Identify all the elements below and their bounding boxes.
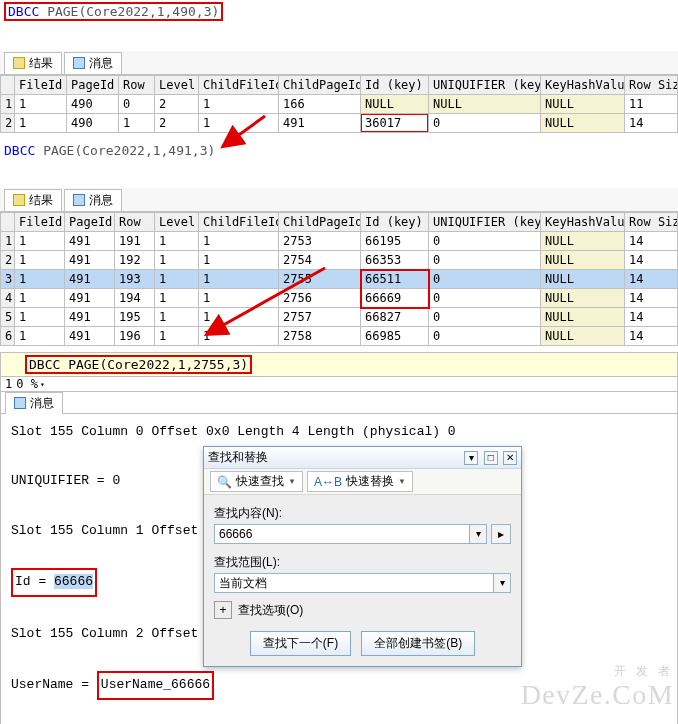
table-row[interactable]: 21490121491360170NULL14 — [1, 114, 678, 133]
find-input[interactable] — [215, 525, 469, 543]
tab-results-2[interactable]: 结果 — [4, 189, 62, 211]
table-row[interactable]: 11491191112753661950NULL14 — [1, 232, 678, 251]
header-row: FileIdPageIdRowLevelChildFileIdChildPage… — [1, 213, 678, 232]
find-replace-dialog[interactable]: 查找和替换 ▾ □ ✕ 🔍 快速查找▼ A↔B 快速替换▼ 查找内容(N): ▾… — [203, 446, 522, 667]
dropdown-icon[interactable]: ▾ — [464, 451, 478, 465]
scope-dropdown[interactable]: ▾ — [493, 574, 510, 592]
tabrow-2: 结果 消息 — [0, 188, 678, 212]
bookmark-all-button[interactable]: 全部创建书签(B) — [361, 631, 475, 656]
dialog-titlebar[interactable]: 查找和替换 ▾ □ ✕ — [204, 447, 521, 469]
header-row: FileIdPageIdRowLevelChildFileIdChildPage… — [1, 76, 678, 95]
dialog-title: 查找和替换 — [208, 449, 268, 466]
table-row[interactable]: 61491196112758669850NULL14 — [1, 327, 678, 346]
quick-replace-button[interactable]: A↔B 快速替换▼ — [307, 471, 413, 492]
message-icon — [73, 57, 85, 69]
grid-icon — [13, 194, 25, 206]
tab-messages-2[interactable]: 消息 — [64, 189, 122, 211]
message-icon — [73, 194, 85, 206]
table-row[interactable]: 31491193112755665110NULL14 — [1, 270, 678, 289]
close-icon[interactable]: ✕ — [503, 451, 517, 465]
table-row[interactable]: 41491194112756666690NULL14 — [1, 289, 678, 308]
replace-icon: A↔B — [314, 475, 342, 489]
tab-messages-3[interactable]: 消息 — [5, 392, 63, 414]
find-options-label: 查找选项(O) — [238, 602, 303, 619]
grid-icon — [13, 57, 25, 69]
tabrow-1: 结果 消息 — [0, 51, 678, 75]
table-row[interactable]: 11490021166NULLNULLNULL11 — [1, 95, 678, 114]
tab-messages-1[interactable]: 消息 — [64, 52, 122, 74]
binoculars-icon: 🔍 — [217, 475, 232, 489]
dbcc-query-1: DBCC PAGE(Core2022,1,490,3) — [4, 2, 223, 21]
results-table-2[interactable]: FileIdPageIdRowLevelChildFileIdChildPage… — [0, 212, 678, 346]
dbcc-query-3: DBCC PAGE(Core2022,1,2755,3) — [25, 355, 252, 374]
table-row[interactable]: 51491195112757668270NULL14 — [1, 308, 678, 327]
zoom-indicator[interactable]: 1 0 % ▾ — [1, 377, 677, 391]
find-next-button[interactable]: 查找下一个(F) — [250, 631, 351, 656]
quick-find-button[interactable]: 🔍 快速查找▼ — [210, 471, 303, 492]
scope-input[interactable] — [215, 574, 493, 592]
tabrow-3: 消息 — [1, 392, 677, 414]
table-row[interactable]: 21491192112754663530NULL14 — [1, 251, 678, 270]
dbcc-query-2: DBCC PAGE(Core2022,1,491,3) — [4, 143, 215, 158]
tab-results-1[interactable]: 结果 — [4, 52, 62, 74]
message-icon — [14, 397, 26, 409]
maximize-icon[interactable]: □ — [484, 451, 498, 465]
scope-label: 查找范围(L): — [214, 554, 511, 571]
find-input-dropdown[interactable]: ▾ — [469, 525, 486, 543]
results-table-1[interactable]: FileIdPageIdRowLevelChildFileIdChildPage… — [0, 75, 678, 133]
find-expand-button[interactable]: ▸ — [491, 524, 511, 544]
expand-options-button[interactable]: + — [214, 601, 232, 619]
find-content-label: 查找内容(N): — [214, 505, 511, 522]
